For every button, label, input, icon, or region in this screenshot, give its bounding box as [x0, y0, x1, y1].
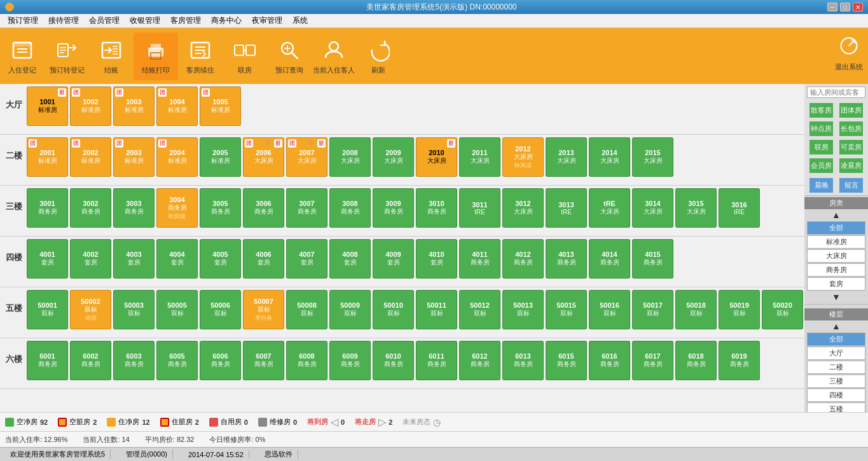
room-4008[interactable]: 4008套房	[329, 239, 371, 279]
room-4009[interactable]: 4009套房	[373, 239, 414, 279]
link-button[interactable]: 联房	[223, 32, 267, 80]
room-2013[interactable]: 2013 大床房	[546, 137, 587, 177]
room-6016[interactable]: 6016商务房	[589, 341, 630, 380]
floor-lobby[interactable]: 大厅	[807, 347, 865, 360]
room-3016[interactable]: 3016tRE	[719, 188, 760, 228]
room-type-down-arrow[interactable]: ▼	[804, 291, 868, 303]
maximize-button[interactable]: □	[840, 3, 850, 11]
room-6005[interactable]: 6005商务房	[156, 341, 198, 380]
room-3010[interactable]: 3010商务房	[416, 188, 457, 228]
current-guests-button[interactable]: 当前入住客人	[312, 32, 356, 80]
room-6003[interactable]: 6003商务房	[113, 341, 155, 380]
room-4005[interactable]: 4005套房	[200, 239, 241, 279]
menu-room[interactable]: 客房管理	[165, 14, 206, 27]
room-3003[interactable]: 3003商务房	[113, 188, 155, 228]
room-2002[interactable]: 团 2002 标准房	[70, 137, 111, 177]
checkin-button[interactable]: 入住登记	[0, 32, 45, 80]
room-1002[interactable]: 团 1002 标准房	[70, 86, 111, 126]
room-2015[interactable]: 2015 大床房	[632, 137, 673, 177]
room-2006[interactable]: 团 脏 ▷ 2006 大床房	[243, 137, 284, 177]
room-3007[interactable]: 3007商务房	[286, 188, 327, 228]
room-50017[interactable]: 50017双标	[632, 290, 673, 329]
floor-5-btn[interactable]: 五楼	[807, 403, 865, 412]
floor-4-btn[interactable]: 四楼	[807, 389, 865, 402]
guest-type-linked[interactable]: 联房	[809, 140, 833, 155]
room-50008[interactable]: 50008双标	[286, 290, 327, 329]
room-6015[interactable]: 6015商务房	[546, 341, 587, 380]
room-1003[interactable]: 团 1003 标准房	[113, 86, 155, 126]
checkout-button[interactable]: 结账	[89, 32, 134, 80]
room-3009[interactable]: 3009商务房	[373, 188, 414, 228]
room-3012[interactable]: 3012大床房	[502, 188, 544, 228]
room-2001[interactable]: 团 2001 标准房	[27, 137, 68, 177]
room-6017[interactable]: 6017商务房	[632, 341, 673, 380]
room-50020[interactable]: 50020双标	[762, 290, 803, 329]
room-1004[interactable]: 团 1004 标准房	[156, 86, 198, 126]
room-4001[interactable]: 4001套房	[27, 239, 68, 279]
room-50019[interactable]: 50019双标	[719, 290, 760, 329]
room-6002[interactable]: 6002商务房	[70, 341, 111, 380]
room-3002[interactable]: 3002商务房	[70, 188, 111, 228]
room-50018[interactable]: 50018双标	[675, 290, 717, 329]
floor-2-btn[interactable]: 二楼	[807, 361, 865, 374]
room-type-bigbed[interactable]: 大床房	[807, 249, 865, 263]
room-2004[interactable]: 团 2004 标准房	[156, 137, 198, 177]
print-button[interactable]: 结账打印	[134, 32, 178, 80]
booking-transfer-button[interactable]: 预订转登记	[45, 32, 89, 80]
display-message[interactable]: 留言	[839, 178, 863, 193]
room-3013[interactable]: 3013tRE	[546, 188, 587, 228]
menu-member[interactable]: 会员管理	[84, 14, 125, 27]
room-3014[interactable]: 3014大床房	[632, 188, 673, 228]
room-6008[interactable]: 6008商务房	[286, 341, 327, 380]
room-4011[interactable]: 4011商务房	[459, 239, 500, 279]
room-2009[interactable]: 2009 大床房	[373, 137, 414, 177]
room-6006[interactable]: 6006商务房	[200, 341, 241, 380]
refresh-button[interactable]: 刷新	[356, 32, 401, 80]
floor-all[interactable]: 全部	[807, 333, 865, 346]
room-50006[interactable]: 50006双标	[200, 290, 241, 329]
room-50001[interactable]: 50001双标	[27, 290, 68, 329]
room-4004[interactable]: 4004套房	[156, 239, 198, 279]
room-2011[interactable]: 2011 大床房	[459, 137, 500, 177]
room-4002[interactable]: 4002套房	[70, 239, 111, 279]
guest-type-hourly[interactable]: 钟点房	[809, 121, 833, 136]
room-type-all[interactable]: 全部	[807, 221, 865, 235]
room-4014[interactable]: 4014商务房	[589, 239, 630, 279]
room-1005[interactable]: 团 1005 标准房	[200, 86, 241, 126]
room-6013[interactable]: 6013商务房	[502, 341, 544, 380]
search-button[interactable]: 预订查询	[267, 32, 312, 80]
room-4007[interactable]: 4007套房	[286, 239, 327, 279]
room-50007[interactable]: 50007 双标 李阿春	[243, 290, 284, 329]
logout-button[interactable]: 退出系统	[835, 32, 863, 72]
room-type-suite[interactable]: 套房	[807, 277, 865, 291]
guest-type-group[interactable]: 团体房	[839, 103, 863, 118]
room-50010[interactable]: 50010双标	[373, 290, 414, 329]
room-2008[interactable]: 2008 大床房	[329, 137, 371, 177]
menu-cashier[interactable]: 收银管理	[125, 14, 165, 27]
room-3008[interactable]: 3008商务房	[329, 188, 371, 228]
room-50003[interactable]: 50003双标	[113, 290, 155, 329]
room-guest-input[interactable]	[807, 86, 865, 98]
room-3004[interactable]: 3004 商务房 欧阳珑	[156, 188, 198, 228]
guest-type-available[interactable]: 可卖房	[839, 140, 863, 155]
room-50011[interactable]: 50011双标	[416, 290, 457, 329]
display-morning[interactable]: 晨唤	[809, 178, 833, 193]
room-50012[interactable]: 50012双标	[459, 290, 500, 329]
room-3015[interactable]: 3015大床房	[675, 188, 717, 228]
floor-up-arrow[interactable]: ▲	[804, 320, 868, 332]
room-type-up-arrow[interactable]: ▲	[804, 209, 868, 221]
room-2003[interactable]: 团 2003 标准房	[113, 137, 155, 177]
room-6011[interactable]: 6011商务房	[416, 341, 457, 380]
room-3006[interactable]: 3006商务房	[243, 188, 284, 228]
menu-reception[interactable]: 接待管理	[43, 14, 84, 27]
room-4013[interactable]: 4013商务房	[546, 239, 587, 279]
room-6019[interactable]: 6019商务房	[719, 341, 760, 380]
room-4010[interactable]: 4010套房	[416, 239, 457, 279]
extend-button[interactable]: 客房续住	[178, 32, 223, 80]
room-3011[interactable]: 3011tRE	[459, 188, 500, 228]
room-4003[interactable]: 4003套房	[113, 239, 155, 279]
room-50009[interactable]: 50009双标	[329, 290, 371, 329]
close-button[interactable]: ✕	[853, 3, 863, 11]
room-type-business[interactable]: 商务房	[807, 263, 865, 277]
room-6001[interactable]: 6001商务房	[27, 341, 68, 380]
